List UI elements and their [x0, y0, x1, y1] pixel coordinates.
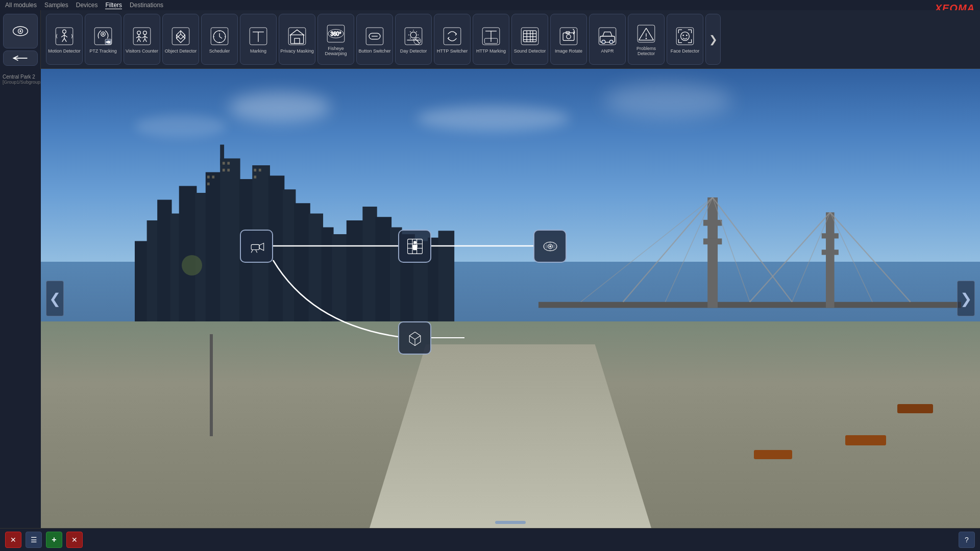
main-canvas: ❮ ❯ — [41, 69, 980, 528]
svg-point-86 — [609, 40, 613, 43]
svg-line-151 — [255, 249, 257, 253]
svg-line-8 — [64, 35, 67, 37]
svg-point-13 — [102, 33, 104, 35]
module-object-detector[interactable]: Object Detector — [162, 14, 199, 65]
toolbar-next-arrow[interactable]: ❯ — [705, 14, 721, 65]
svg-rect-44 — [288, 28, 306, 45]
svg-point-93 — [686, 35, 688, 36]
modules-toolbar: Motion Detector +N PTZ Tracking — [41, 10, 980, 69]
help-icon: ? — [965, 536, 969, 544]
svg-rect-123 — [227, 162, 230, 164]
svg-line-20 — [139, 36, 141, 38]
module-problems-detector[interactable]: Problems Detector — [628, 14, 665, 65]
svg-line-59 — [410, 31, 410, 32]
svg-line-142 — [830, 212, 911, 302]
svg-rect-100 — [206, 172, 222, 345]
module-day-detector[interactable]: Day Detector — [395, 14, 432, 65]
svg-point-2 — [19, 30, 21, 32]
close-button[interactable]: ✕ — [66, 532, 83, 548]
module-scheduler[interactable]: Scheduler — [201, 14, 238, 65]
add-button[interactable]: + — [46, 532, 62, 548]
svg-rect-126 — [254, 169, 256, 171]
module-face-detector[interactable]: Face Detector — [667, 14, 703, 65]
module-privacy-masking[interactable]: Privacy Masking — [279, 14, 315, 65]
camera-feed: ❮ ❯ — [41, 69, 980, 528]
eye-button[interactable] — [3, 14, 38, 48]
svg-line-136 — [623, 197, 713, 302]
svg-point-85 — [602, 40, 605, 43]
nav-arrow-left[interactable]: ❮ — [46, 281, 64, 316]
module-anpr[interactable]: ANPR — [589, 14, 626, 65]
svg-point-5 — [63, 30, 66, 33]
svg-point-89 — [646, 37, 647, 39]
svg-line-61 — [416, 31, 416, 32]
module-image-rotate-label: Image Rotate — [555, 48, 582, 54]
module-button-label: Button Switcher — [358, 48, 390, 54]
svg-line-10 — [64, 38, 66, 42]
module-image-rotate[interactable]: Image Rotate — [550, 14, 587, 65]
nav-samples[interactable]: Samples — [44, 2, 68, 9]
svg-rect-129 — [538, 302, 961, 308]
svg-point-54 — [410, 32, 416, 38]
module-http-switcher[interactable]: HTTP Switcher — [434, 14, 471, 65]
nav-arrow-right[interactable]: ❯ — [957, 281, 975, 316]
module-sound-detector[interactable]: Sound Detector — [511, 14, 548, 65]
module-http-marking-label: HTTP Marking — [476, 48, 506, 54]
svg-line-143 — [792, 212, 830, 302]
svg-rect-79 — [560, 28, 577, 45]
module-sound-label: Sound Detector — [514, 48, 546, 54]
svg-rect-45 — [290, 35, 303, 43]
svg-rect-124 — [223, 169, 225, 171]
module-visitors-label: Visitors Counter — [126, 48, 158, 54]
svg-rect-125 — [227, 169, 230, 171]
svg-line-19 — [136, 36, 139, 38]
nav-destinations[interactable]: Destinations — [130, 2, 163, 9]
camera-name: Central Park 2 — [3, 74, 38, 80]
help-button[interactable]: ? — [959, 532, 975, 548]
svg-line-9 — [62, 38, 64, 42]
svg-line-22 — [139, 39, 140, 42]
nav-devices[interactable]: Devices — [76, 2, 98, 9]
module-ptz-tracking[interactable]: +N PTZ Tracking — [85, 14, 121, 65]
remove-button[interactable]: ✕ — [5, 532, 21, 548]
module-marking-label: Marking — [250, 48, 266, 54]
svg-rect-66 — [444, 28, 461, 45]
motion-flow-node[interactable] — [398, 230, 431, 263]
module-visitors-counter[interactable]: Visitors Counter — [124, 14, 160, 65]
module-object-label: Object Detector — [165, 48, 197, 54]
svg-point-81 — [567, 34, 571, 38]
svg-rect-132 — [703, 238, 722, 244]
module-motion-detector[interactable]: Motion Detector — [46, 14, 83, 65]
nav-filters[interactable]: Filters — [105, 2, 122, 9]
module-motion-detector-label: Motion Detector — [48, 48, 81, 54]
object-flow-node[interactable] — [398, 321, 431, 355]
svg-point-157 — [413, 241, 416, 244]
group-path: [Group1/Subgroup11 — [3, 80, 38, 85]
svg-rect-128 — [254, 176, 256, 178]
module-button-switcher[interactable]: Button Switcher — [356, 14, 393, 65]
left-info: Central Park 2 [Group1/Subgroup11 — [0, 69, 41, 87]
module-problems-label: Problems Detector — [628, 46, 664, 56]
back-button[interactable] — [3, 51, 38, 66]
svg-marker-149 — [259, 243, 264, 250]
svg-rect-121 — [207, 183, 210, 185]
module-marking[interactable]: Marking — [240, 14, 277, 65]
list-button[interactable]: ☰ — [26, 532, 42, 548]
svg-line-21 — [137, 39, 139, 42]
monitor-flow-node[interactable] — [533, 230, 567, 263]
svg-line-26 — [145, 36, 148, 38]
module-fisheye[interactable]: 360° Fisheye Dewarping — [317, 14, 354, 65]
scroll-indicator[interactable] — [495, 521, 526, 524]
svg-line-139 — [666, 197, 713, 302]
svg-point-17 — [137, 31, 141, 34]
module-http-marking[interactable]: HTTP Marking — [473, 14, 509, 65]
svg-rect-133 — [826, 212, 835, 308]
svg-point-92 — [682, 35, 684, 36]
nav-all-modules[interactable]: All modules — [5, 2, 37, 9]
svg-rect-131 — [703, 220, 722, 226]
camera-flow-node[interactable] — [240, 230, 273, 263]
svg-rect-72 — [523, 31, 536, 42]
svg-line-140 — [713, 197, 750, 302]
svg-line-62 — [410, 37, 410, 38]
nav-bar: All modules Samples Devices Filters Dest… — [0, 0, 980, 10]
